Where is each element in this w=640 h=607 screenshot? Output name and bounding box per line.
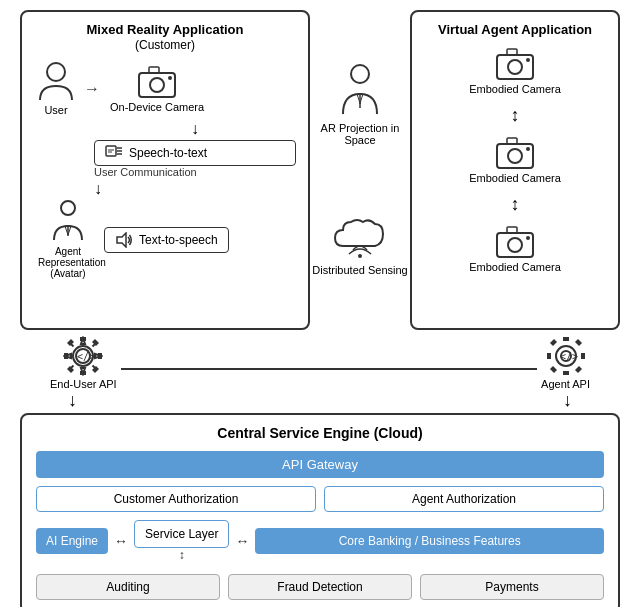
va-camera-1: Embodied Camera <box>469 47 561 95</box>
va-camera-2: Embodied Camera <box>469 136 561 184</box>
svg-point-4 <box>168 76 172 80</box>
camera-icon-label: On-Device Camera <box>110 65 204 113</box>
fraud-box: Fraud Detection <box>228 574 412 600</box>
bottom-row: Auditing Fraud Detection Payments <box>36 574 604 600</box>
svg-point-0 <box>47 63 65 81</box>
va-camera-icon-3 <box>495 225 535 259</box>
avatar-icon-label: Agent Representation (Avatar) <box>38 200 98 279</box>
auth-row: Customer Authorization Agent Authorizati… <box>36 486 604 512</box>
speaker-icon <box>115 232 133 248</box>
cloud-sensing-icon <box>333 214 387 260</box>
end-user-api-gear: </> End-User API <box>50 336 117 390</box>
api-gateway-bar: API Gateway <box>36 451 604 478</box>
camera-icon <box>137 65 177 99</box>
svg-text:</>: </> <box>560 351 578 362</box>
avatar-icon <box>50 200 86 244</box>
gear-icon-right: </> <box>546 336 586 376</box>
speech-to-text-box: Speech-to-text <box>94 140 296 166</box>
svg-point-2 <box>150 78 164 92</box>
virtual-agent-box: Virtual Agent Application Embodied Camer… <box>410 10 620 330</box>
svg-point-20 <box>508 60 522 74</box>
svg-point-15 <box>351 65 369 83</box>
svg-text:</>: </> <box>77 351 95 362</box>
svg-point-11 <box>61 201 75 215</box>
svg-rect-5 <box>106 146 116 156</box>
agent-api-gear: </> Agent API <box>541 336 590 390</box>
svg-point-26 <box>526 147 530 151</box>
ar-person-icon <box>335 64 385 118</box>
va-camera-icon-1 <box>495 47 535 81</box>
tts-box: Text-to-speech <box>104 227 229 253</box>
svg-point-30 <box>526 236 530 240</box>
va-camera-3: Embodied Camera <box>469 225 561 273</box>
ar-projection-item: AR Projection in Space <box>310 64 410 146</box>
distributed-sensing-item: Distributed Sensing <box>312 214 407 276</box>
user-comm-label: User Communication <box>94 166 296 178</box>
engine-row: AI Engine ↔ Service Layer ↕ ↔ Core Banki… <box>36 520 604 562</box>
va-camera-icon-2 <box>495 136 535 170</box>
mixed-reality-box: Mixed Reality Application (Customer) Use… <box>20 10 310 330</box>
user-to-camera-arrow: → <box>84 80 100 98</box>
svg-point-22 <box>526 58 530 62</box>
svg-marker-14 <box>117 233 126 247</box>
customer-auth-box: Customer Authorization <box>36 486 316 512</box>
core-banking-box: Core Banking / Business Features <box>255 528 604 554</box>
user-icon <box>38 62 74 102</box>
service-core-arrow: ↔ <box>235 533 249 549</box>
svg-point-24 <box>508 149 522 163</box>
svg-point-28 <box>508 238 522 252</box>
cloud-section: Central Service Engine (Cloud) API Gatew… <box>20 413 620 607</box>
gear-icon-left: </> <box>63 336 103 376</box>
speech-icon <box>105 145 123 161</box>
user-icon-label: User <box>38 62 74 116</box>
virtual-agent-title: Virtual Agent Application <box>424 22 606 37</box>
ai-service-arrow: ↔ <box>114 533 128 549</box>
payments-box: Payments <box>420 574 604 600</box>
ai-engine-box: AI Engine <box>36 528 108 554</box>
mixed-reality-title: Mixed Reality Application (Customer) <box>34 22 296 52</box>
cloud-title: Central Service Engine (Cloud) <box>36 425 604 441</box>
auditing-box: Auditing <box>36 574 220 600</box>
svg-point-18 <box>358 254 362 258</box>
middle-column: AR Projection in Space Distributed Sensi… <box>310 10 410 330</box>
service-layer-box: Service Layer <box>134 520 229 548</box>
agent-auth-box: Agent Authorization <box>324 486 604 512</box>
